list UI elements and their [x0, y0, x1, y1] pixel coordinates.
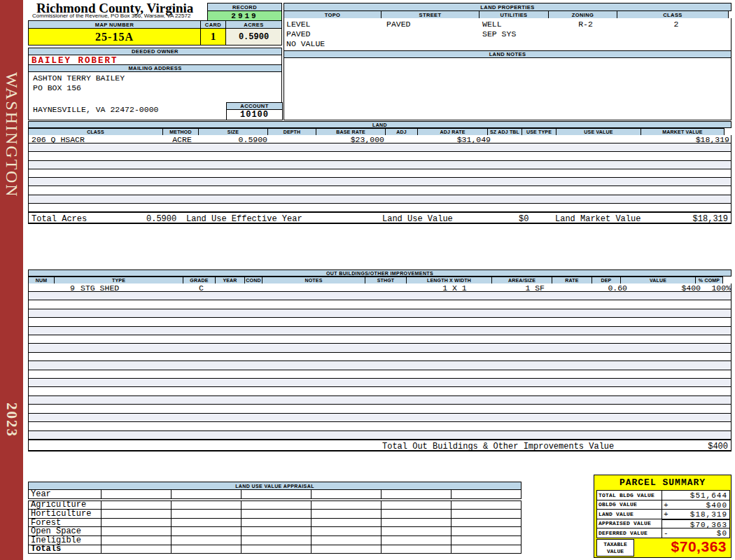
land-use-empty-cell — [451, 536, 522, 545]
land-use-empty-cell — [381, 518, 451, 528]
land-use-empty-cell — [311, 536, 382, 545]
empty-row — [29, 396, 731, 405]
empty-row — [29, 152, 731, 160]
empty-row — [29, 186, 731, 195]
class-value: 2 — [620, 20, 732, 29]
ob-total-value: $400 — [708, 442, 728, 451]
land-table: LAND CLASSMETHODSIZEDEPTHBASE RATEADJADJ… — [28, 121, 732, 224]
land-use-empty-cell — [171, 518, 241, 528]
land-use-empty-cell — [241, 545, 312, 554]
land-use-row-forest: Forest — [28, 518, 522, 528]
land-use-empty-cell — [381, 545, 451, 554]
land-notes-area — [284, 58, 732, 120]
sidebar: WASHINGTON 2023 — [0, 0, 23, 560]
parcel-summary-value: $51,644 — [662, 490, 730, 500]
land-use-empty-cell — [451, 518, 522, 528]
land-use-empty-cell — [451, 509, 522, 519]
account-number: 10100 — [226, 110, 283, 120]
parcel-summary-label: LAND VALUE — [596, 509, 662, 519]
land-use-empty-cell — [311, 489, 382, 499]
amount: $0 — [717, 529, 727, 538]
land-use-empty-cell — [311, 509, 382, 519]
card-value: 1 — [200, 28, 226, 46]
operator-sign: + — [664, 501, 668, 510]
land-use-row-agriculture: Agriculture — [28, 500, 522, 510]
land-use-empty-cell — [451, 500, 522, 510]
land-table-title: LAND — [28, 121, 732, 128]
amount: $51,644 — [690, 491, 727, 500]
empty-row — [29, 318, 731, 326]
parcel-summary-value: +$400 — [662, 500, 730, 510]
land-use-empty-cell — [311, 518, 382, 528]
parcel-summary-title: PARCEL SUMMARY — [594, 477, 731, 488]
land-use-empty-cell — [101, 526, 172, 536]
empty-row — [29, 178, 731, 186]
parcel-summary-value: +$18,319 — [662, 509, 730, 519]
parcel-summary: PARCEL SUMMARY TOTAL BLDG VALUE$51,644OB… — [594, 475, 732, 558]
acres-value: 0.5900 — [225, 28, 282, 46]
operator-sign: + — [664, 510, 668, 519]
parcel-summary-value: -$0 — [662, 528, 730, 538]
parcel-summary-row: DEFERRED VALUE-$0 — [596, 528, 730, 538]
land-use-empty-cell — [171, 489, 241, 499]
land-properties-section: LAND PROPERTIES TOPOSTREETUTILITIESZONIN… — [284, 3, 732, 120]
empty-row — [29, 169, 731, 178]
empty-row — [29, 431, 731, 440]
land-method: ACRE — [164, 135, 200, 144]
ob-type: STG SHED — [80, 284, 119, 293]
land-use-empty-cell — [451, 545, 522, 554]
land-use-empty-cell — [101, 518, 172, 528]
land-use-empty-cell — [101, 545, 172, 554]
total-acres-value: 0.5900 — [146, 214, 176, 224]
ob-value: $400 — [629, 284, 704, 293]
land-use-empty-cell — [101, 500, 172, 510]
ob-length-width: 1 X 1 — [412, 284, 498, 293]
parcel-summary-label: APPRAISED VALUE — [596, 519, 662, 529]
land-use-empty-cell — [171, 536, 241, 545]
land-use-row-totals: Totals — [28, 545, 522, 554]
land-base-rate: $23,000 — [319, 135, 389, 144]
office-address: Commissioner of the Revenue, PO Box 366,… — [32, 13, 190, 19]
out-buildings-table: OUT BUILDINGS/OTHER IMPROVEMENTS NUMTYPE… — [28, 270, 732, 451]
empty-row — [29, 379, 731, 387]
utilities-value: SEP SYS — [482, 29, 516, 38]
land-use-row-open-space: Open Space — [28, 526, 522, 536]
land-use-empty-cell — [311, 526, 382, 536]
taxable-value-label: TAXABLE VALUE — [596, 539, 634, 556]
mailing-address-line: PO BOX 156 — [33, 83, 81, 92]
land-use-empty-cell — [101, 489, 172, 499]
empty-row — [29, 414, 731, 422]
parcel-summary-label: TOTAL BLDG VALUE — [596, 490, 662, 500]
empty-row — [29, 144, 731, 152]
land-use-empty-cell — [451, 489, 522, 499]
effective-year-label: Land Use Effective Year — [186, 214, 302, 224]
operator-sign: - — [664, 529, 668, 538]
land-use-empty-cell — [381, 509, 451, 519]
parcel-summary-row: OBLDG VALUE+$400 — [596, 500, 730, 510]
ob-pct-comp: 100% — [704, 284, 732, 293]
out-buildings-row: 9 STG SHED C 1 X 1 1 SF 0.60 $400 100% — [28, 284, 732, 292]
account-header: ACCOUNT — [226, 102, 283, 110]
topo-value: PAVED — [286, 29, 311, 38]
empty-row — [29, 309, 731, 318]
land-use-empty-cell — [241, 536, 312, 545]
land-class: 206 Q HSACR — [31, 135, 85, 144]
taxable-value-amount: $70,363 — [671, 538, 727, 555]
land-notes-header: LAND NOTES — [284, 50, 732, 58]
utilities-value: WELL — [482, 20, 502, 29]
land-market-value-label: Land Market Value — [555, 214, 640, 224]
amount: $18,319 — [690, 510, 727, 519]
land-use-empty-cell — [311, 545, 382, 554]
owner-block: DEEDED OWNER BAILEY ROBERT MAILING ADDRE… — [28, 48, 282, 120]
empty-row — [29, 327, 731, 335]
land-use-empty-cell — [171, 509, 241, 519]
land-use-empty-cell — [381, 489, 451, 499]
parcel-summary-row: TOTAL BLDG VALUE$51,644 — [596, 490, 730, 500]
mailing-address-line: HAYNESVILLE, VA 22472-0000 — [33, 105, 158, 114]
empty-row — [29, 353, 731, 361]
parcel-summary-row: APPRAISED VALUE$70,363 — [596, 519, 730, 529]
ob-grade: C — [185, 284, 218, 293]
deeded-owner-header: DEEDED OWNER — [28, 48, 282, 55]
zoning-value: R-2 — [551, 20, 620, 29]
land-market-value: $18,319 — [648, 135, 732, 144]
